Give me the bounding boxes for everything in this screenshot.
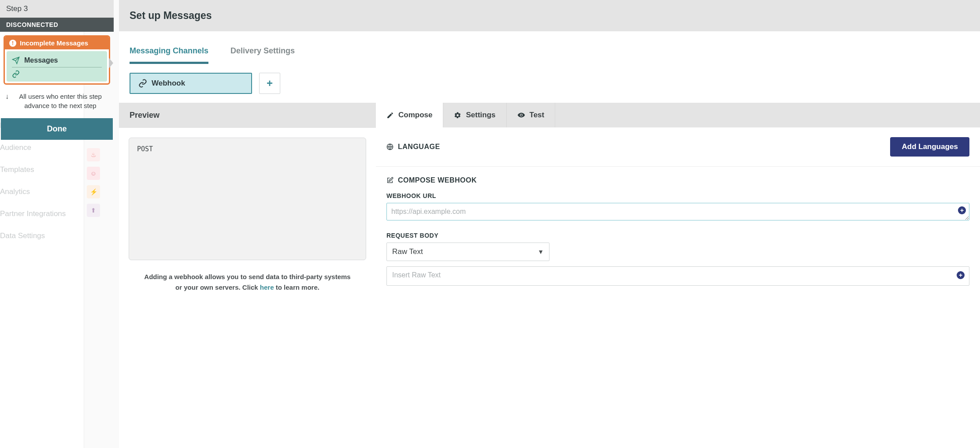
step-header: Step 3	[0, 0, 114, 18]
main-body: Messaging Channels Delivery Settings Web…	[119, 31, 679, 301]
language-label: LANGUAGE	[386, 143, 440, 151]
bgnav-item: Analytics	[0, 181, 84, 203]
webhook-url-input[interactable]	[386, 203, 679, 220]
preview-box: POST	[129, 138, 366, 260]
caption-text-a: Adding a webhook allows you to send data…	[144, 273, 350, 291]
incomplete-messages-banner: ! Incomplete Messages	[5, 37, 109, 49]
channel-chip-label: Webhook	[152, 79, 185, 88]
paper-plane-icon	[12, 56, 20, 64]
step-notch-icon	[109, 58, 113, 68]
bgnav-item: Data Settings	[0, 225, 84, 247]
request-body-label: REQUEST BODY	[386, 232, 679, 239]
compose-webhook-section: COMPOSE WEBHOOK WEBHOOK URL + REQUEST BO…	[376, 167, 679, 288]
webhook-url-wrap: +	[386, 203, 679, 222]
link-icon	[138, 79, 147, 88]
tab-compose[interactable]: Compose	[376, 103, 443, 127]
channels-row: Webhook +	[130, 73, 679, 103]
bg-badge: ☺	[87, 167, 100, 180]
editor-row: Preview POST Adding a webhook allows you…	[119, 103, 679, 301]
gear-icon	[454, 112, 461, 119]
page-title: Set up Messages	[130, 10, 679, 22]
messages-item[interactable]: Messages	[9, 54, 104, 67]
exclamation-icon: !	[9, 40, 16, 47]
tabs-fill	[555, 103, 679, 127]
webhook-subitem[interactable]	[9, 67, 104, 79]
caption-link-here[interactable]: here	[260, 284, 274, 291]
messages-label: Messages	[24, 56, 58, 64]
tab-messaging-channels[interactable]: Messaging Channels	[130, 43, 208, 64]
raw-text-input[interactable]: Insert Raw Text +	[386, 266, 679, 286]
chevron-down-icon: ▼	[538, 248, 544, 255]
step-panel: Step 3 DISCONNECTED ! Incomplete Message…	[0, 0, 114, 142]
body-type-value: Raw Text	[387, 243, 549, 261]
preview-caption: Adding a webhook allows you to send data…	[119, 270, 376, 301]
preview-column: Preview POST Adding a webhook allows you…	[119, 103, 376, 301]
plus-icon: +	[267, 77, 273, 90]
main-header: Set up Messages	[119, 0, 679, 31]
bgnav-item: Templates	[0, 159, 84, 181]
arrow-down-icon: ↓	[5, 92, 9, 101]
primary-tabs: Messaging Channels Delivery Settings	[130, 43, 679, 64]
status-disconnected: DISCONNECTED	[0, 18, 114, 32]
incomplete-label: Incomplete Messages	[20, 39, 88, 47]
main-area: Set up Messages Messaging Channels Deliv…	[119, 0, 679, 301]
done-button[interactable]: Done	[1, 118, 113, 140]
webhook-url-label: WEBHOOK URL	[386, 192, 679, 199]
preview-title: Preview	[119, 103, 376, 128]
tab-compose-label: Compose	[398, 111, 432, 119]
channel-webhook-chip[interactable]: Webhook	[130, 73, 252, 94]
preview-method: POST	[137, 145, 153, 153]
secondary-tabs: Compose Settings Test	[376, 103, 555, 127]
messages-subcard: Messages	[7, 51, 107, 82]
compose-body: LANGUAGE Add Languages COMPOSE WEBHOOK W…	[376, 127, 679, 288]
language-row: LANGUAGE Add Languages	[376, 127, 679, 167]
tab-test-label: Test	[530, 111, 545, 119]
add-channel-button[interactable]: +	[259, 73, 280, 94]
globe-icon	[386, 143, 393, 150]
bgnav-item: Partner Integrations	[0, 203, 84, 225]
caption-text-b: to learn more.	[274, 284, 319, 291]
link-icon	[12, 70, 20, 78]
compose-column: Compose Settings Test	[376, 103, 679, 301]
tab-settings[interactable]: Settings	[443, 103, 506, 127]
tab-test[interactable]: Test	[507, 103, 556, 127]
compose-webhook-title-text: COMPOSE WEBHOOK	[398, 176, 477, 184]
bg-badge: ♨	[87, 148, 100, 161]
edit-square-icon	[386, 177, 393, 184]
raw-text-placeholder: Insert Raw Text	[392, 271, 441, 279]
step-advance-note: ↓ All users who enter this step advance …	[0, 88, 114, 116]
step-note-text: All users who enter this step advance to…	[12, 92, 108, 110]
pencil-icon	[386, 112, 394, 119]
compose-webhook-title: COMPOSE WEBHOOK	[386, 176, 679, 184]
language-label-text: LANGUAGE	[398, 143, 440, 151]
bg-badge: ⚡	[87, 185, 100, 198]
bg-badge: ⬆	[87, 204, 100, 217]
body-type-select[interactable]: Raw Text ▼	[386, 243, 549, 261]
tab-settings-label: Settings	[466, 111, 495, 119]
eye-icon	[517, 111, 525, 119]
tab-delivery-settings[interactable]: Delivery Settings	[230, 43, 295, 64]
step-card[interactable]: ! Incomplete Messages Messages	[4, 35, 110, 85]
